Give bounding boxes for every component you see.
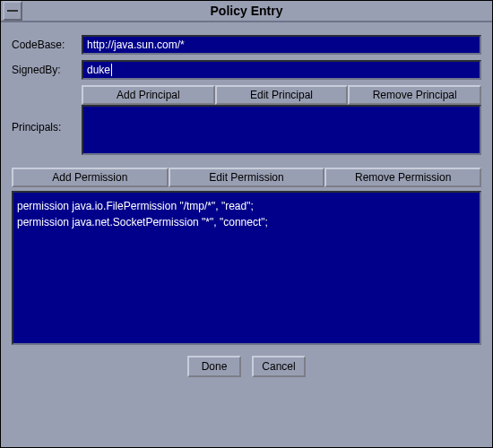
footer-buttons: Done Cancel — [12, 345, 481, 390]
permissions-list[interactable]: permission java.io.FilePermission "/tmp/… — [12, 191, 481, 345]
minimize-icon — [7, 10, 18, 12]
signedby-label: SignedBy: — [12, 64, 82, 76]
principal-button-row: Add Principal Edit Principal Remove Prin… — [82, 85, 481, 105]
principals-list[interactable] — [82, 105, 481, 155]
principals-label: Principals: — [12, 105, 82, 155]
codebase-row: CodeBase: http://java.sun.com/* — [12, 35, 481, 55]
signedby-value: duke — [87, 64, 110, 76]
signedby-input[interactable]: duke — [82, 60, 481, 80]
codebase-input[interactable]: http://java.sun.com/* — [82, 35, 481, 55]
permission-item[interactable]: permission java.net.SocketPermission "*"… — [17, 214, 476, 230]
content-area: CodeBase: http://java.sun.com/* SignedBy… — [1, 22, 492, 447]
remove-permission-button[interactable]: Remove Permission — [324, 168, 481, 187]
codebase-label: CodeBase: — [12, 39, 82, 51]
add-permission-button[interactable]: Add Permission — [12, 168, 169, 187]
cancel-button[interactable]: Cancel — [252, 356, 306, 377]
edit-permission-button[interactable]: Edit Permission — [169, 168, 325, 187]
permission-item[interactable]: permission java.io.FilePermission "/tmp/… — [17, 198, 476, 214]
titlebar: Policy Entry — [1, 1, 492, 22]
edit-principal-button[interactable]: Edit Principal — [215, 85, 349, 105]
policy-entry-window: Policy Entry CodeBase: http://java.sun.c… — [0, 0, 493, 448]
add-principal-button[interactable]: Add Principal — [82, 85, 215, 105]
remove-principal-button[interactable]: Remove Principal — [348, 85, 481, 105]
window-title: Policy Entry — [22, 4, 471, 18]
codebase-value: http://java.sun.com/* — [87, 39, 185, 51]
permission-button-row: Add Permission Edit Permission Remove Pe… — [12, 168, 481, 187]
system-menu-button[interactable] — [3, 1, 22, 21]
signedby-row: SignedBy: duke — [12, 60, 481, 80]
text-caret — [111, 64, 112, 76]
done-button[interactable]: Done — [187, 356, 241, 377]
principals-row: Principals: — [12, 105, 481, 155]
